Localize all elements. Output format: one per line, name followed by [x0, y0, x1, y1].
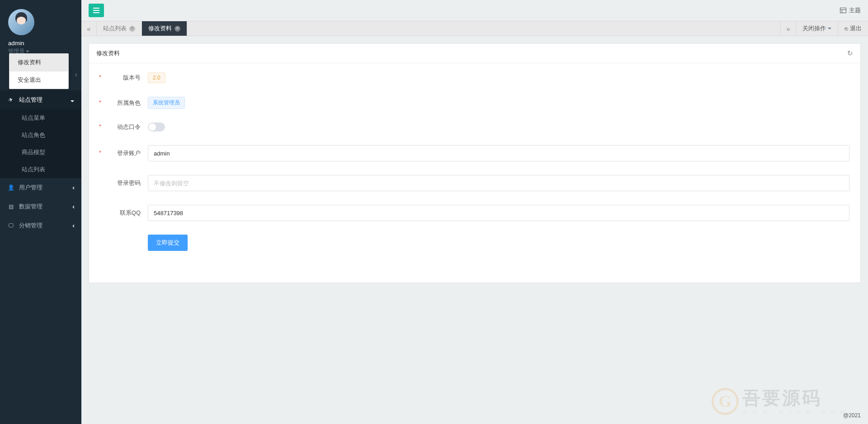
- database-icon: [7, 203, 14, 210]
- double-chevron-right-icon: [786, 25, 790, 33]
- tabs-container: 站点列表 × 修改资料 ×: [97, 21, 780, 36]
- chevron-down-icon: [71, 97, 74, 104]
- label-otp: 动态口令: [100, 123, 141, 131]
- user-icon: [7, 184, 14, 191]
- tab-label: 修改资料: [148, 24, 172, 33]
- otp-switch[interactable]: [148, 122, 165, 132]
- panel-header: 修改资料: [89, 44, 860, 63]
- label-account: 登录账户: [100, 149, 141, 157]
- content: 修改资料 版本号 2.0 所属角色 系统管理员 动态口令: [81, 36, 868, 424]
- sidebar-item-label: 数据管理: [19, 203, 42, 211]
- caret-down-icon: [26, 51, 29, 52]
- theme-switch[interactable]: 主题: [840, 6, 861, 14]
- chevron-left-icon: [72, 203, 74, 210]
- panel-edit-profile: 修改资料 版本号 2.0 所属角色 系统管理员 动态口令: [89, 43, 861, 283]
- tabs-scroll-left[interactable]: [81, 21, 97, 36]
- label-version: 版本号: [100, 74, 141, 82]
- close-icon[interactable]: ×: [129, 26, 135, 32]
- sidebar-item-data-mgmt[interactable]: 数据管理: [0, 197, 81, 216]
- form-row-version: 版本号 2.0: [100, 72, 849, 83]
- caret-down-icon: [828, 28, 831, 29]
- qq-input[interactable]: [148, 205, 849, 221]
- password-input[interactable]: [148, 175, 849, 191]
- sidebar-item-dist-mgmt[interactable]: 分销管理: [0, 216, 81, 235]
- tabs-close-ops[interactable]: 关闭操作: [796, 21, 838, 36]
- user-dropdown-logout[interactable]: 安全退出: [9, 71, 68, 89]
- version-badge: 2.0: [148, 72, 165, 83]
- user-dropdown: 修改资料 安全退出: [9, 53, 69, 89]
- sidebar-sub-site-role[interactable]: 站点角色: [0, 127, 81, 144]
- monitor-icon: [7, 222, 14, 229]
- role-badge: 系统管理员: [148, 97, 185, 109]
- sidebar: admin 管理员 修改资料 安全退出 站点管理 站点菜单 站点角色 商品模型 …: [0, 0, 81, 424]
- sidebar-nav: 站点管理 站点菜单 站点角色 商品模型 站点列表 用户管理 数据管理: [0, 90, 81, 235]
- sidebar-item-label: 分销管理: [19, 221, 42, 230]
- avatar[interactable]: [8, 9, 34, 35]
- refresh-button[interactable]: [847, 49, 853, 57]
- tab-tools: 关闭操作 退出: [796, 21, 868, 36]
- tab-edit-profile[interactable]: 修改资料 ×: [142, 21, 187, 36]
- tab-site-list[interactable]: 站点列表 ×: [97, 21, 142, 36]
- layout-icon: [840, 8, 846, 13]
- sidebar-subnav-site: 站点菜单 站点角色 商品模型 站点列表: [0, 109, 81, 178]
- topbar: 主题: [81, 0, 868, 21]
- sidebar-sub-site-menu[interactable]: 站点菜单: [0, 109, 81, 127]
- label-qq: 联系QQ: [100, 209, 141, 217]
- form-row-account: 登录账户: [100, 145, 849, 161]
- main: 主题 站点列表 × 修改资料 × 关闭操作: [81, 0, 868, 424]
- label-password: 登录密码: [100, 179, 141, 187]
- tabbar: 站点列表 × 修改资料 × 关闭操作 退出: [81, 21, 868, 36]
- sidebar-toggle-button[interactable]: [89, 4, 104, 17]
- form-row-qq: 联系QQ: [100, 205, 849, 221]
- form-row-submit: 立即提交: [100, 235, 849, 251]
- sidebar-collapse-button[interactable]: [71, 68, 81, 81]
- user-dropdown-edit-profile[interactable]: 修改资料: [9, 54, 68, 71]
- close-ops-label: 关闭操作: [802, 24, 826, 33]
- sidebar-item-label: 站点管理: [19, 96, 42, 104]
- paper-plane-icon: [7, 97, 14, 103]
- double-chevron-left-icon: [87, 25, 90, 33]
- account-input[interactable]: [148, 145, 849, 161]
- tab-label: 站点列表: [103, 24, 127, 33]
- chevron-left-icon: [72, 222, 74, 229]
- sidebar-sub-site-list[interactable]: 站点列表: [0, 161, 81, 178]
- panel-title: 修改资料: [96, 49, 120, 57]
- sidebar-item-site-mgmt[interactable]: 站点管理: [0, 90, 81, 109]
- logout-label: 退出: [850, 24, 862, 33]
- close-icon[interactable]: ×: [175, 26, 180, 32]
- profile-block: admin 管理员: [0, 0, 81, 59]
- logout-button[interactable]: 退出: [838, 21, 868, 36]
- panel-body: 版本号 2.0 所属角色 系统管理员 动态口令 登录账户: [89, 63, 860, 283]
- theme-label: 主题: [849, 6, 861, 14]
- sidebar-item-label: 用户管理: [19, 184, 42, 192]
- logout-icon: [844, 25, 848, 32]
- label-role: 所属角色: [100, 99, 141, 107]
- tabs-scroll-right[interactable]: [780, 21, 796, 36]
- sidebar-sub-product-model[interactable]: 商品模型: [0, 144, 81, 161]
- form-row-otp: 动态口令: [100, 122, 849, 132]
- chevron-left-icon: [75, 71, 77, 79]
- footer-year: @2021: [843, 412, 861, 419]
- chevron-left-icon: [72, 184, 74, 191]
- form-row-role: 所属角色 系统管理员: [100, 97, 849, 109]
- submit-button[interactable]: 立即提交: [148, 235, 188, 251]
- username: admin: [8, 40, 73, 47]
- sidebar-item-user-mgmt[interactable]: 用户管理: [0, 178, 81, 197]
- form-row-password: 登录密码: [100, 175, 849, 191]
